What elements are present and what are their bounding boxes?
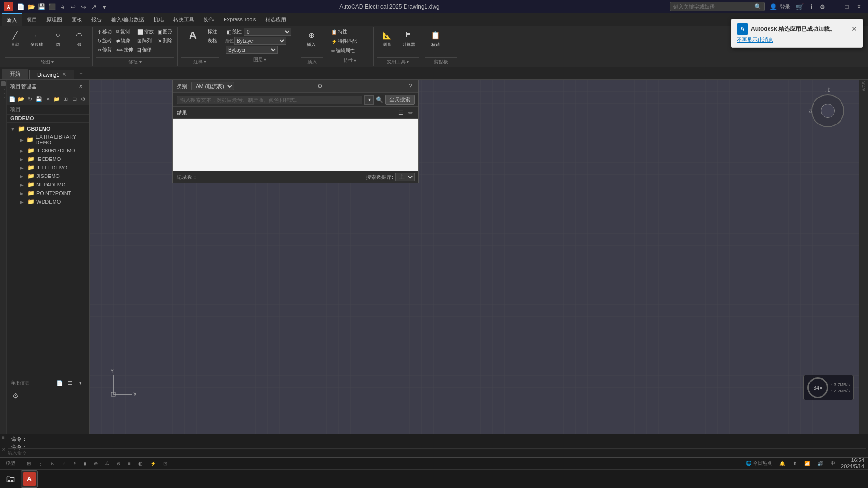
user-icon[interactable]: 👤 [769,2,778,11]
layer-select[interactable]: 0 [244,28,291,36]
tab-express[interactable]: Express Tools [219,13,261,26]
polar-btn[interactable]: ⊿ [60,461,68,466]
close-project-btn[interactable]: ✕ [44,94,52,104]
open-project-btn[interactable]: 📂 [18,94,26,104]
otrack-btn[interactable]: ⊕ [92,461,99,466]
circle-button[interactable]: ○ 圆 [47,27,68,56]
settings-btn[interactable]: ⚙ [79,94,87,104]
dimension-button[interactable]: 标注 [206,27,219,36]
lineweight-btn[interactable]: ≡ [126,461,133,466]
settings-icon[interactable]: ⚙ [818,2,827,11]
dyn-btn[interactable]: ⊙ [115,461,122,466]
drawing-canvas[interactable]: 类别: AM (电流表) ⚙ ? ▾ 🔍 全局搜索 结果 [90,80,859,434]
cart-icon[interactable]: 🛒 [795,2,805,11]
panel-toggle-btn[interactable] [1,81,6,86]
taskbar-autocad-btn[interactable]: A [21,470,38,488]
panel-settings-icon[interactable]: ⚙ [316,82,325,90]
close-button[interactable]: ✕ [854,1,864,12]
mirror-button[interactable]: ⇌ 镜像 [114,36,135,45]
trim-button[interactable]: ✂ 修剪 [96,45,114,54]
tree-item-ieeeedemo[interactable]: ▶ 📁 IEEEEDEMO [16,163,89,172]
minimize-button[interactable]: ─ [829,1,840,12]
tab-mechelec[interactable]: 机电 [149,13,169,26]
tree-item-iec60617[interactable]: ▶ 📁 IEC60617DEMO [16,146,89,155]
qat-dropdown[interactable]: ▾ [99,2,109,11]
detail-icon1-btn[interactable]: 📄 [55,378,64,388]
move-button[interactable]: ✛ 移动 [96,27,114,36]
selcycle-btn[interactable]: ⊡ [162,461,169,466]
list-view-btn[interactable]: ☰ [397,108,405,117]
panel-help-icon[interactable]: ? [406,82,415,90]
arc-button[interactable]: ◠ 弧 [69,27,90,56]
tree-item-jisdemo[interactable]: ▶ 📁 JISDEMO [16,172,89,180]
scale-button[interactable]: ⬜ 缩放 [136,27,155,36]
tab-collab[interactable]: 协作 [199,13,219,26]
match-prop-button[interactable]: ⚡ 特性匹配 [329,37,359,45]
tray-lang-icon[interactable]: 中 [829,460,837,467]
grid-btn[interactable]: ⊞ [25,461,33,466]
print-button[interactable]: 🖨 [58,2,67,11]
text-button[interactable]: A [181,27,205,52]
project-settings-btn[interactable]: 📁 [53,94,61,104]
compass-ring[interactable]: 西 [811,94,844,127]
detail-settings-icon[interactable]: ⚙ [10,391,20,400]
stretch-button[interactable]: ⟺ 拉伸 [114,45,135,54]
snap-btn[interactable]: ⋮ [36,461,45,466]
linetype-select[interactable]: ByLayer [226,46,278,54]
collapse-all-btn[interactable]: ⊟ [71,94,79,104]
restore-button[interactable]: □ [841,1,852,12]
edit-prop-button[interactable]: ✏ 编辑属性 [329,46,359,55]
properties-button[interactable]: 📋 特性 [329,27,359,36]
search-input[interactable] [673,4,754,9]
detail-dropdown-btn[interactable]: ▾ [76,378,85,388]
tab-io[interactable]: 输入/输出数据 [107,13,149,26]
polyline-button[interactable]: ⌐ 多段线 [26,27,47,56]
symbol-search-input[interactable] [177,96,362,104]
save-button[interactable]: 💾 [37,2,46,11]
tray-wifi-icon[interactable]: 📶 [802,461,812,466]
model-space-btn[interactable]: 模型 [4,460,17,467]
tab-panel[interactable]: 面板 [67,13,87,26]
offset-button[interactable]: ⇶ 偏移 [136,45,155,54]
rotate-button[interactable]: ↻ 旋转 [96,36,114,45]
global-search-button[interactable]: 全局搜索 [385,95,415,105]
search-icon-btn[interactable]: 🔍 [376,96,383,103]
expand-all-btn[interactable]: ⊞ [62,94,70,104]
open-button[interactable]: 📂 [27,2,36,11]
array-button[interactable]: ⊞ 阵列 [136,36,155,45]
copy-button[interactable]: ⧉ 复制 [114,27,135,36]
taskbar-explorer-btn[interactable]: 🗂 [2,470,19,488]
tab-schematic[interactable]: 原理图 [42,13,67,26]
close-panel-button[interactable]: ✕ [76,81,85,91]
layer-properties-button[interactable]: ◧ 线性 [225,27,244,36]
color-select[interactable]: ByLayer [234,37,286,45]
ortho-btn[interactable]: ⊾ [49,461,56,466]
edit-result-btn[interactable]: ✏ [406,108,415,117]
calc-button[interactable]: 🖩 计算器 [398,27,419,56]
measure-button[interactable]: 📐 测量 [377,27,398,56]
save-project-btn[interactable]: 💾 [35,94,43,104]
tree-item-nfpademo[interactable]: ▶ 📁 NFPADEMO [16,180,89,189]
tab-project[interactable]: 项目 [22,13,42,26]
share-button[interactable]: ↗ [89,2,99,11]
detail-icon2-btn[interactable]: ☰ [65,378,75,388]
tab-xin-ru[interactable]: 新入 [2,13,22,26]
search-filter-dropdown[interactable]: ▾ [364,95,374,105]
info-icon[interactable]: ℹ [806,2,816,11]
osnap-btn[interactable]: ⌖ [72,461,78,466]
category-select[interactable]: AM (电流表) [191,82,234,90]
save-as-button[interactable]: ⬛ [47,2,57,11]
tab-featured[interactable]: 精选应用 [261,13,291,26]
tray-news-icon[interactable]: 🌐 今日热点 [744,460,774,467]
ucs-btn[interactable]: ⧊ [103,461,111,466]
refresh-btn[interactable]: ↻ [26,94,34,104]
tree-item-point2point[interactable]: ▶ 📁 POINT2POINT [16,189,89,197]
new-button[interactable]: 📄 [16,2,26,11]
tab-close-icon[interactable]: ✕ [62,71,66,78]
line-button[interactable]: ╱ 直线 [5,27,26,56]
cmd-expand-btn[interactable]: ≡ [2,435,6,440]
tab-convert[interactable]: 转换工具 [169,13,199,26]
tab-start[interactable]: 开始 [2,69,28,79]
3dosnap-btn[interactable]: ⧫ [82,461,88,466]
insert-button[interactable]: ⊕ 插入 [301,27,322,56]
